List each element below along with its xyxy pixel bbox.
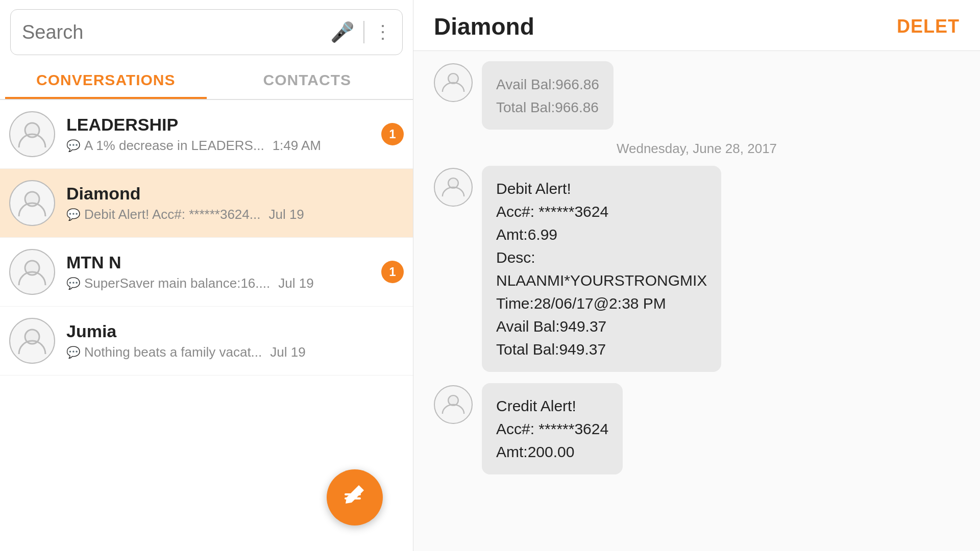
conv-right: 1 <box>342 123 404 145</box>
unread-badge: 1 <box>381 123 404 145</box>
message-row: Credit Alert!Acc#: ******3624Amt:200.00 <box>434 383 960 474</box>
avatar <box>9 111 55 157</box>
conv-preview-text: A 1% decrease in LEADERS... <box>84 138 264 154</box>
chat-icon: 💬 <box>66 139 80 153</box>
message-row: Debit Alert!Acc#: ******3624Amt:6.99Desc… <box>434 166 960 372</box>
compose-fab[interactable] <box>327 469 383 525</box>
list-item[interactable]: MTN N 💬 SuperSaver main balance:16.... J… <box>0 238 413 307</box>
conv-right: 1 <box>342 261 404 283</box>
conv-preview: 💬 A 1% decrease in LEADERS... 1:49 AM <box>66 138 342 154</box>
avatar <box>434 63 473 102</box>
conv-preview-text: Debit Alert! Acc#: ******3624... <box>84 207 260 222</box>
avatar <box>9 180 55 226</box>
search-bar: 🎤 ⋮ <box>10 9 403 55</box>
left-panel: 🎤 ⋮ CONVERSATIONS CONTACTS LEADERSHIP 💬 … <box>0 0 413 551</box>
delete-button[interactable]: DELET <box>897 16 960 37</box>
conv-time: 1:49 AM <box>273 138 321 154</box>
conv-info: Jumia 💬 Nothing beats a family vacat... … <box>66 321 342 360</box>
search-input[interactable] <box>22 21 330 43</box>
list-item[interactable]: Diamond 💬 Debit Alert! Acc#: ******3624.… <box>0 169 413 238</box>
tab-contacts[interactable]: CONTACTS <box>207 62 408 99</box>
search-icons: 🎤 ⋮ <box>330 21 391 43</box>
message-text: Avail Bal:966.86Total Bal:966.86 <box>496 77 599 115</box>
conv-preview-text: Nothing beats a family vacat... <box>84 344 262 360</box>
message-text: Debit Alert!Acc#: ******3624Amt:6.99Desc… <box>496 180 707 358</box>
mic-icon[interactable]: 🎤 <box>330 21 354 43</box>
message-text: Credit Alert!Acc#: ******3624Amt:200.00 <box>496 397 608 460</box>
conv-preview-text: SuperSaver main balance:16.... <box>84 276 270 291</box>
conv-info: LEADERSHIP 💬 A 1% decrease in LEADERS...… <box>66 115 342 154</box>
avatar <box>9 249 55 295</box>
conv-name: MTN N <box>66 253 342 272</box>
messages-area: Avail Bal:966.86Total Bal:966.86 Wednesd… <box>413 51 980 551</box>
compose-icon <box>340 480 369 515</box>
more-options-icon[interactable]: ⋮ <box>374 21 391 43</box>
conv-name: LEADERSHIP <box>66 115 342 135</box>
avatar <box>434 168 473 207</box>
conv-info: Diamond 💬 Debit Alert! Acc#: ******3624.… <box>66 184 342 222</box>
tab-conversations[interactable]: CONVERSATIONS <box>5 62 207 99</box>
conv-time: Jul 19 <box>278 276 313 291</box>
message-bubble: Credit Alert!Acc#: ******3624Amt:200.00 <box>482 383 623 474</box>
date-separator: Wednesday, June 28, 2017 <box>434 141 960 157</box>
conv-name: Diamond <box>66 184 342 204</box>
conv-preview: 💬 Debit Alert! Acc#: ******3624... Jul 1… <box>66 207 342 222</box>
chat-header: Diamond DELET <box>413 0 980 51</box>
svg-point-6 <box>448 73 458 84</box>
message-bubble: Debit Alert!Acc#: ******3624Amt:6.99Desc… <box>482 166 721 372</box>
svg-point-8 <box>448 395 458 406</box>
right-panel: Diamond DELET Avail Bal:966.86Total Bal:… <box>413 0 980 551</box>
list-item[interactable]: LEADERSHIP 💬 A 1% decrease in LEADERS...… <box>0 100 413 169</box>
conv-preview: 💬 Nothing beats a family vacat... Jul 19 <box>66 344 342 360</box>
conv-time: Jul 19 <box>268 207 304 222</box>
avatar <box>434 385 473 424</box>
message-bubble: Avail Bal:966.86Total Bal:966.86 <box>482 61 614 130</box>
conv-info: MTN N 💬 SuperSaver main balance:16.... J… <box>66 253 342 291</box>
unread-badge: 1 <box>381 261 404 283</box>
chat-icon: 💬 <box>66 346 80 359</box>
conv-time: Jul 19 <box>270 344 305 360</box>
avatar <box>9 318 55 364</box>
chat-icon: 💬 <box>66 208 80 221</box>
divider <box>363 21 364 43</box>
tabs: CONVERSATIONS CONTACTS <box>0 62 413 100</box>
chat-icon: 💬 <box>66 277 80 290</box>
list-item[interactable]: Jumia 💬 Nothing beats a family vacat... … <box>0 307 413 375</box>
chat-title: Diamond <box>434 13 534 40</box>
svg-point-7 <box>448 178 458 188</box>
message-row: Avail Bal:966.86Total Bal:966.86 <box>434 61 960 130</box>
conv-name: Jumia <box>66 321 342 341</box>
conv-preview: 💬 SuperSaver main balance:16.... Jul 19 <box>66 276 342 291</box>
